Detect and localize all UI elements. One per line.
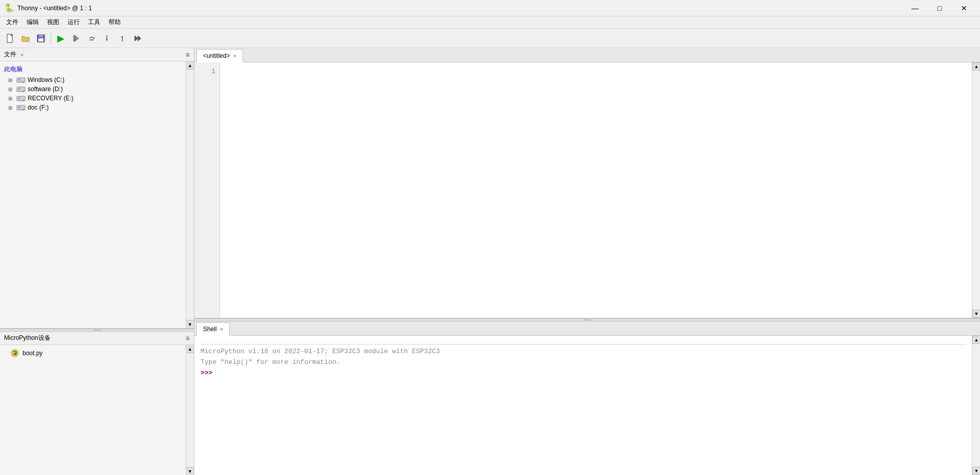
shell-tab-title: Shell [203,326,217,333]
save-icon [36,34,46,43]
shell-area: Shell × MicroPython v1.18 on 2022-01-17;… [194,321,980,475]
debug-button[interactable] [69,31,83,46]
step-over-icon [87,34,96,43]
shell-separator [201,344,966,344]
editor-scroll-up[interactable]: ▲ [972,62,980,71]
micro-panel-header-left: MicroPython设备 [4,334,51,342]
file-panel-menu-button[interactable]: ≡ [186,51,190,59]
drive-c-label: Windows (C:) [28,76,64,83]
drive-f-item[interactable]: ⊞ doc (F:) [0,103,186,112]
open-button[interactable] [18,31,33,46]
step-into-button[interactable] [100,31,114,46]
toolbar: ▶ [0,29,980,48]
svg-point-21 [23,91,24,92]
shell-prompt[interactable]: >>> [201,368,966,379]
file-scroll-down[interactable]: ▼ [186,320,194,328]
micro-panel-header: MicroPython设备 ≡ [0,332,194,345]
line-numbers: 1 [194,62,220,318]
code-editor[interactable] [220,62,972,318]
drive-d-expand: ⊞ [8,87,14,92]
divider-dots [90,329,105,331]
svg-point-31 [96,330,98,331]
shell-info-line-1: MicroPython v1.18 on 2022-01-17; ESP32C3… [201,347,966,357]
minimize-button[interactable]: — [903,0,927,16]
svg-point-29 [23,110,24,111]
svg-marker-9 [106,39,108,41]
save-button[interactable] [34,31,48,46]
step-over-button[interactable] [84,31,99,46]
svg-rect-27 [18,106,20,108]
new-file-button[interactable] [3,31,17,46]
menu-run[interactable]: 运行 [63,17,84,28]
editor-scroll-down[interactable]: ▼ [972,310,980,318]
drive-c-expand: ⊞ [8,77,14,83]
shell-scroll-down[interactable]: ▼ [972,467,980,475]
micro-panel-wrapper: boot.py ▲ ▼ [0,345,194,475]
shell-text-area[interactable]: MicroPython v1.18 on 2022-01-17; ESP32C3… [194,336,972,475]
menu-help[interactable]: 帮助 [104,17,125,28]
run-button[interactable]: ▶ [54,31,68,46]
step-out-button[interactable] [115,31,129,46]
micro-panel-title: MicroPython设备 [4,334,51,342]
micro-panel: MicroPython设备 ≡ boot.py [0,332,194,475]
drive-f-icon [16,104,26,111]
file-scroll-up[interactable]: ▲ [186,61,194,70]
file-tree: 此电脑 ⊞ Windows (C:) [0,61,186,114]
line-number-1: 1 [198,67,215,77]
boot-py-item[interactable]: boot.py [0,347,186,359]
svg-point-34 [584,319,586,321]
drive-c-icon [16,76,26,83]
boot-py-label: boot.py [23,350,42,357]
resume-button[interactable] [130,31,145,46]
drive-d-label: software (D:) [28,85,63,93]
drive-d-item[interactable]: ⊞ software (D:) [0,84,186,94]
shell-tab-close[interactable]: × [220,326,223,332]
svg-rect-15 [18,79,20,80]
drive-f-expand: ⊞ [8,105,14,111]
micro-panel-content: boot.py [0,345,186,475]
main-layout: 文件 × ≡ 此电脑 ⊞ [0,48,980,475]
menu-bar: 文件 编辑 视图 运行 工具 帮助 [0,16,980,29]
editor-tab-close[interactable]: × [233,53,236,59]
menu-edit[interactable]: 编辑 [23,17,43,28]
editor-scroll-track [972,71,980,310]
divider-handle-dots [580,319,595,321]
micro-scroll-down[interactable]: ▼ [186,467,194,475]
editor-tab-untitled[interactable]: <untitled> × [196,49,243,62]
editor-area: <untitled> × 1 ▲ ▼ [194,48,980,318]
title-text: Thonny - <untitled> @ 1 : 1 [17,5,92,12]
shell-tabs: Shell × [194,321,980,336]
shell-scrollbar: ▲ ▼ [972,336,980,475]
svg-rect-23 [18,97,20,99]
svg-point-17 [23,82,24,83]
file-panel-close[interactable]: × [19,52,25,58]
drive-e-item[interactable]: ⊞ RECOVERY (E:) [0,94,186,103]
file-panel-header-left: 文件 × [4,50,25,59]
menu-tools[interactable]: 工具 [84,17,104,28]
file-panel-content: 此电脑 ⊞ Windows (C:) [0,61,186,328]
close-button[interactable]: ✕ [952,0,976,16]
micro-scroll-up[interactable]: ▲ [186,345,194,353]
micro-panel-scrollbar: ▲ ▼ [186,345,194,475]
drive-d-icon [16,85,26,93]
svg-rect-3 [38,38,43,41]
micro-panel-menu-button[interactable]: ≡ [186,334,190,342]
this-pc-header[interactable]: 此电脑 [0,63,186,75]
menu-file[interactable]: 文件 [2,17,23,28]
drive-e-expand: ⊞ [8,96,14,101]
menu-view[interactable]: 视图 [43,17,63,28]
editor-content: 1 ▲ ▼ [194,62,980,318]
maximize-button[interactable]: □ [928,0,951,16]
shell-tab[interactable]: Shell × [196,322,230,336]
boot-py-icon [10,349,19,358]
svg-point-25 [23,100,24,101]
shell-scroll-up[interactable]: ▲ [972,336,980,344]
window-controls: — □ ✕ [903,0,976,16]
svg-marker-12 [135,35,138,41]
toolbar-separator-1 [51,33,51,44]
svg-marker-6 [94,37,95,39]
new-file-icon [6,34,15,43]
drive-c-item[interactable]: ⊞ Windows (C:) [0,75,186,84]
stop-button[interactable] [146,31,160,46]
file-panel-scrollbar: ▲ ▼ [186,61,194,328]
